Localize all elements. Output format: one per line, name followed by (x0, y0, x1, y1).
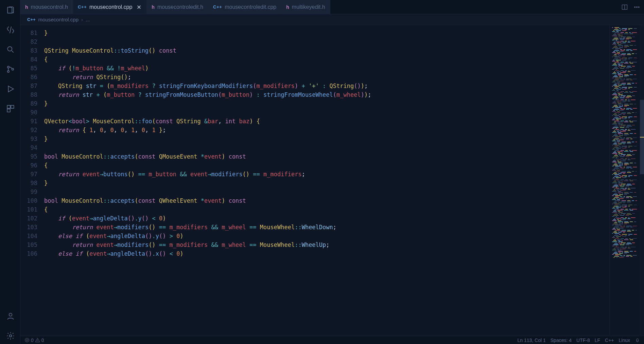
breadcrumb[interactable]: C++ mousecontrol.cpp › ... (20, 14, 644, 25)
header-file-icon: h (25, 4, 28, 10)
chevron-right-icon: › (81, 17, 83, 22)
minimap[interactable] (609, 25, 640, 336)
line-number: 100 (20, 196, 37, 205)
svg-point-11 (637, 6, 638, 7)
svg-point-0 (7, 47, 12, 51)
close-icon[interactable] (136, 4, 142, 10)
svg-point-12 (639, 6, 640, 7)
line-number: 90 (20, 108, 37, 117)
line-number: 93 (20, 134, 37, 143)
line-number: 105 (20, 240, 37, 249)
line-number: 82 (20, 37, 37, 46)
code-editor[interactable]: } QString MouseControl::toString() const… (41, 25, 606, 336)
tab-label: mousecontrol.cpp (89, 4, 132, 10)
line-number: 83 (20, 46, 37, 55)
line-number: 101 (20, 205, 37, 214)
line-number: 98 (20, 179, 37, 187)
tab-label: mousecontroledit.h (157, 4, 203, 10)
tab-multikeyedit-h[interactable]: hmultikeyedit.h (281, 0, 330, 14)
status-encoding[interactable]: UTF-8 (576, 338, 590, 343)
editor-group: hmousecontrol.hC++mousecontrol.cpphmouse… (20, 0, 644, 336)
line-number: 87 (20, 82, 37, 90)
tab-label: multikeyedit.h (292, 4, 325, 10)
breadcrumb-file: mousecontrol.cpp (38, 17, 79, 22)
status-language[interactable]: C++ (605, 338, 614, 343)
svg-point-1 (7, 66, 9, 68)
line-number: 96 (20, 161, 37, 170)
svg-point-10 (634, 6, 636, 7)
status-eol[interactable]: LF (595, 338, 600, 343)
line-number: 99 (20, 187, 37, 196)
tab-mousecontroledit-cpp[interactable]: C++mousecontroledit.cpp (208, 0, 281, 14)
line-number: 104 (20, 232, 37, 240)
line-number: 81 (20, 29, 37, 37)
more-actions-icon[interactable] (633, 3, 641, 11)
tab-mousecontroledit-h[interactable]: hmousecontroledit.h (147, 0, 208, 14)
line-number: 103 (20, 223, 37, 232)
tab-mousecontrol-cpp[interactable]: C++mousecontrol.cpp (73, 0, 147, 14)
tab-label: mousecontrol.h (31, 4, 68, 10)
status-os[interactable]: Linux (619, 338, 630, 343)
cpp-file-icon: C++ (78, 4, 87, 10)
explorer-icon[interactable] (2, 2, 18, 18)
breadcrumb-lang-icon: C++ (27, 17, 36, 22)
line-number: 91 (20, 117, 37, 126)
line-number: 85 (20, 64, 37, 73)
source-control-icon[interactable] (2, 61, 18, 77)
svg-point-2 (7, 71, 9, 72)
svg-rect-5 (11, 105, 14, 108)
line-number: 86 (20, 73, 37, 82)
status-indent[interactable]: Spaces: 4 (551, 338, 572, 343)
line-number: 84 (20, 55, 37, 64)
run-debug-icon[interactable] (2, 81, 18, 97)
breadcrumb-rest: ... (86, 17, 90, 22)
status-bell-icon[interactable] (635, 338, 640, 343)
line-number: 89 (20, 99, 37, 108)
account-icon[interactable] (2, 308, 18, 324)
vertical-scrollbar[interactable] (640, 25, 644, 336)
svg-rect-6 (7, 109, 10, 112)
tab-label: mousecontroledit.cpp (225, 4, 276, 10)
cpp-file-icon: C++ (213, 4, 222, 10)
line-number: 102 (20, 214, 37, 223)
line-number: 92 (20, 126, 37, 134)
tab-mousecontrol-h[interactable]: hmousecontrol.h (20, 0, 73, 14)
line-number: 97 (20, 170, 37, 179)
svg-point-7 (9, 313, 12, 316)
search-icon[interactable] (2, 41, 18, 58)
extensions-icon[interactable] (2, 101, 18, 117)
svg-point-8 (9, 335, 12, 337)
header-file-icon: h (152, 4, 155, 10)
line-number-gutter[interactable]: 8182838485868788899091929394959697989910… (20, 25, 41, 336)
line-number: 94 (20, 143, 37, 152)
header-file-icon: h (286, 4, 289, 10)
status-bar: 0 0 Ln 113, Col 1 Spaces: 4 UTF-8 LF C++… (20, 336, 644, 344)
overview-mark-warning (640, 137, 644, 138)
settings-gear-icon[interactable] (2, 328, 18, 344)
status-ln-col[interactable]: Ln 113, Col 1 (517, 338, 545, 343)
line-number: 95 (20, 152, 37, 161)
status-problems[interactable]: 0 0 (24, 338, 44, 343)
editor-area: 8182838485868788899091929394959697989910… (20, 25, 644, 336)
tab-bar: hmousecontrol.hC++mousecontrol.cpphmouse… (20, 0, 644, 14)
tab-actions (617, 0, 644, 14)
svg-rect-4 (7, 105, 10, 108)
split-editor-icon[interactable] (621, 3, 628, 11)
extensions-alt-icon[interactable] (2, 22, 18, 38)
activity-bar (0, 0, 20, 344)
line-number: 106 (20, 249, 37, 258)
line-number: 88 (20, 90, 37, 99)
